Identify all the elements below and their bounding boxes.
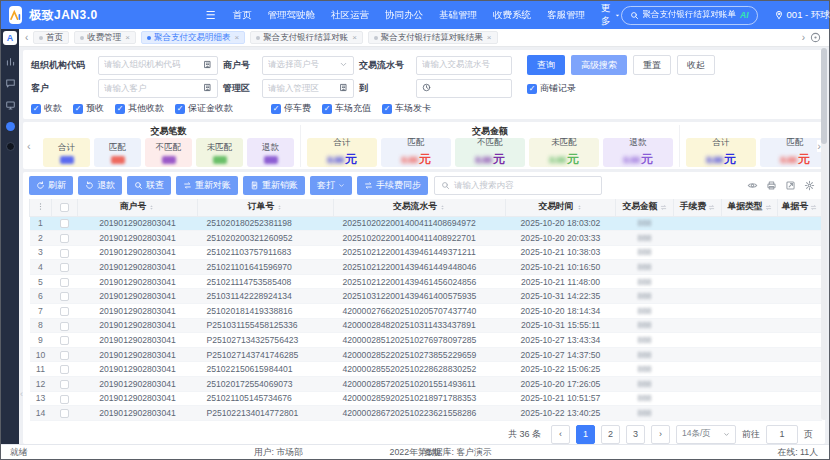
- tab[interactable]: 聚合支付银行结算对账结果×: [368, 31, 498, 44]
- column-header-商户号[interactable]: 商户号: [78, 199, 198, 216]
- sort-icon[interactable]: [439, 204, 446, 211]
- panel-collapse-handle[interactable]: ‹: [20, 389, 23, 399]
- row-checkbox[interactable]: [60, 365, 69, 374]
- advanced-search-button[interactable]: 高级搜索: [571, 55, 627, 75]
- table-row[interactable]: 4201901290280304125102110164159697020251…: [30, 260, 822, 275]
- table-row[interactable]: 5201901290280304125102111475358540820251…: [30, 274, 822, 289]
- row-checkbox[interactable]: [60, 351, 69, 360]
- goto-page-input[interactable]: 1: [766, 425, 798, 444]
- tab-close-icon[interactable]: ×: [352, 33, 357, 42]
- table-row[interactable]: 6201901290280304125103114222892413420251…: [30, 289, 822, 304]
- row-checkbox[interactable]: [60, 292, 69, 301]
- field-input[interactable]: 请输入交易流水号: [416, 56, 512, 75]
- column-header-订单号[interactable]: 订单号: [198, 199, 334, 216]
- row-select-cell[interactable]: [52, 289, 78, 304]
- re-reconcile-button[interactable]: 重新对账: [176, 176, 238, 195]
- select-all-checkbox[interactable]: [52, 199, 78, 216]
- column-header-交易时间[interactable]: 交易时间: [506, 199, 616, 216]
- page-button-2[interactable]: 2: [601, 425, 620, 444]
- sidebar-logo[interactable]: A: [3, 31, 17, 45]
- type-checkbox[interactable]: ✓车场发卡: [382, 102, 431, 115]
- column-header-单据号[interactable]: 单据号: [778, 199, 822, 216]
- reset-button[interactable]: 重置: [633, 55, 671, 75]
- row-checkbox[interactable]: [60, 307, 69, 316]
- swap-icon[interactable]: [765, 204, 772, 211]
- printer-icon[interactable]: [766, 180, 777, 191]
- tab[interactable]: 首页: [33, 31, 69, 44]
- row-checkbox[interactable]: [60, 263, 69, 272]
- table-row[interactable]: 1120190129028030412510221506159844014200…: [30, 362, 822, 377]
- row-select-cell[interactable]: [52, 231, 78, 246]
- type-checkbox[interactable]: ✓预收: [73, 102, 104, 115]
- tab-actions-icon[interactable]: [810, 32, 821, 43]
- notification-dot-dark-icon[interactable]: [6, 142, 15, 151]
- type-checkbox[interactable]: ✓车场充值: [322, 102, 371, 115]
- row-select-cell[interactable]: [52, 260, 78, 275]
- notification-dot-blue-icon[interactable]: [6, 122, 15, 131]
- swap-icon[interactable]: [810, 204, 817, 211]
- monitor-icon[interactable]: [5, 100, 16, 111]
- page-button-3[interactable]: 3: [626, 425, 645, 444]
- tabs-scroll-right-icon[interactable]: ›: [802, 33, 805, 43]
- table-row[interactable]: 1220190129028030412510201725540690734200…: [30, 377, 822, 392]
- table-row[interactable]: 102019012902803041P251027143741746285420…: [30, 347, 822, 362]
- row-select-cell[interactable]: [52, 245, 78, 260]
- table-row[interactable]: 142019012902803041P251022134014772801420…: [30, 406, 822, 421]
- row-select-cell[interactable]: [52, 362, 78, 377]
- scrollbar-track[interactable]: [821, 48, 827, 420]
- field-select[interactable]: 请选择商户号: [262, 56, 354, 75]
- type-checkbox[interactable]: ✓其他收款: [115, 102, 164, 115]
- menu-item[interactable]: 基础管理: [439, 9, 477, 22]
- refund-button[interactable]: 退款: [78, 176, 122, 195]
- row-select-cell[interactable]: [52, 216, 78, 231]
- page-size-select[interactable]: 14条/页: [676, 425, 736, 444]
- field-input[interactable]: 请输入管理区: [262, 79, 354, 98]
- type-checkbox[interactable]: ✓停车费: [271, 102, 311, 115]
- row-select-cell[interactable]: [52, 406, 78, 421]
- scrollbar-thumb[interactable]: [821, 48, 827, 144]
- field-input[interactable]: 请输入客户: [98, 79, 218, 98]
- column-header-交易流水号[interactable]: 交易流水号: [334, 199, 506, 216]
- table-row[interactable]: 1201901290280304125102018025238119820251…: [30, 216, 822, 231]
- row-checkbox[interactable]: [60, 219, 69, 228]
- fee-sync-button[interactable]: 手续费同步: [357, 176, 428, 195]
- tab-close-icon[interactable]: ×: [487, 33, 492, 42]
- row-select-cell[interactable]: [52, 347, 78, 362]
- sort-icon[interactable]: [276, 204, 283, 211]
- menu-item[interactable]: 客服管理: [547, 9, 585, 22]
- menu-icon[interactable]: ☰: [206, 9, 216, 22]
- row-menu-icon[interactable]: [30, 199, 52, 216]
- shop-record-checkbox[interactable]: ✓商铺记录: [527, 82, 817, 95]
- column-header-手续费[interactable]: 手续费: [674, 199, 722, 216]
- table-row[interactable]: 7201901290280304125102018141933881642000…: [30, 304, 822, 319]
- row-select-cell[interactable]: [52, 318, 78, 333]
- view-icon[interactable]: [747, 180, 758, 191]
- menu-item[interactable]: 协同办公: [385, 9, 423, 22]
- table-row[interactable]: 92019012902803041P2510271343257564234200…: [30, 333, 822, 348]
- table-row[interactable]: 1320190129028030412510211051457346764200…: [30, 391, 822, 406]
- table-search-input[interactable]: 请输入搜索内容: [434, 176, 602, 195]
- row-checkbox[interactable]: [60, 336, 69, 345]
- chart-icon[interactable]: [5, 56, 16, 67]
- column-header-交易金额[interactable]: 交易金额: [616, 199, 674, 216]
- swap-icon[interactable]: [708, 204, 715, 211]
- joint-query-button[interactable]: 联查: [127, 176, 171, 195]
- tab[interactable]: 收费管理×: [74, 31, 136, 44]
- table-row[interactable]: 2201901290280304125102020032126095220251…: [30, 231, 822, 246]
- print-template-button[interactable]: 套打: [310, 176, 352, 195]
- tab[interactable]: 聚合支付银行结算对账×: [250, 31, 363, 44]
- re-writeoff-button[interactable]: 重新销账: [243, 176, 305, 195]
- row-checkbox[interactable]: [60, 278, 69, 287]
- row-checkbox[interactable]: [60, 380, 69, 389]
- tab[interactable]: 聚合支付交易明细表×: [141, 31, 245, 44]
- summary-scroll-left-icon[interactable]: ‹: [27, 140, 31, 152]
- row-select-cell[interactable]: [52, 274, 78, 289]
- row-checkbox[interactable]: [60, 322, 69, 331]
- row-select-cell[interactable]: [52, 391, 78, 406]
- tab-close-icon[interactable]: ×: [125, 33, 130, 42]
- row-checkbox[interactable]: [60, 249, 69, 258]
- column-header-单据类型[interactable]: 单据类型: [722, 199, 778, 216]
- sort-icon[interactable]: [576, 204, 583, 211]
- tabs-scroll-left-icon[interactable]: ‹: [25, 33, 28, 43]
- field-input[interactable]: 请输入组织机构代码: [98, 56, 218, 75]
